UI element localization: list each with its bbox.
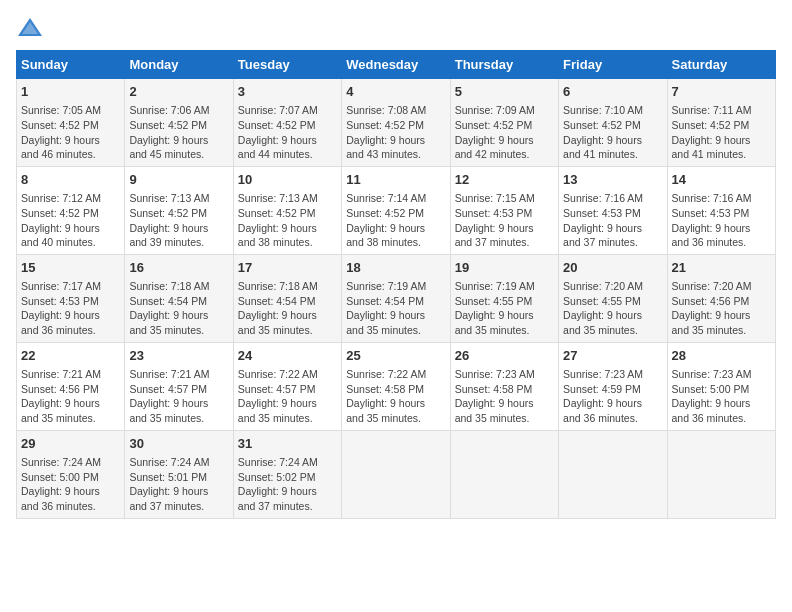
week-row-4: 22Sunrise: 7:21 AM Sunset: 4:56 PM Dayli…: [17, 342, 776, 430]
table-row: [667, 430, 775, 518]
table-row: 30Sunrise: 7:24 AM Sunset: 5:01 PM Dayli…: [125, 430, 233, 518]
day-number: 16: [129, 259, 228, 277]
logo-icon: [16, 16, 44, 38]
day-info: Sunrise: 7:16 AM Sunset: 4:53 PM Dayligh…: [563, 191, 662, 250]
day-info: Sunrise: 7:11 AM Sunset: 4:52 PM Dayligh…: [672, 103, 771, 162]
table-row: [450, 430, 558, 518]
table-row: 14Sunrise: 7:16 AM Sunset: 4:53 PM Dayli…: [667, 166, 775, 254]
table-row: 11Sunrise: 7:14 AM Sunset: 4:52 PM Dayli…: [342, 166, 450, 254]
day-info: Sunrise: 7:23 AM Sunset: 4:59 PM Dayligh…: [563, 367, 662, 426]
table-row: 29Sunrise: 7:24 AM Sunset: 5:00 PM Dayli…: [17, 430, 125, 518]
day-info: Sunrise: 7:10 AM Sunset: 4:52 PM Dayligh…: [563, 103, 662, 162]
table-row: 5Sunrise: 7:09 AM Sunset: 4:52 PM Daylig…: [450, 79, 558, 167]
day-number: 22: [21, 347, 120, 365]
day-number: 25: [346, 347, 445, 365]
day-number: 2: [129, 83, 228, 101]
day-number: 24: [238, 347, 337, 365]
weekday-header-thursday: Thursday: [450, 51, 558, 79]
day-number: 19: [455, 259, 554, 277]
weekday-header-saturday: Saturday: [667, 51, 775, 79]
day-info: Sunrise: 7:23 AM Sunset: 4:58 PM Dayligh…: [455, 367, 554, 426]
week-row-1: 1Sunrise: 7:05 AM Sunset: 4:52 PM Daylig…: [17, 79, 776, 167]
day-number: 17: [238, 259, 337, 277]
table-row: 16Sunrise: 7:18 AM Sunset: 4:54 PM Dayli…: [125, 254, 233, 342]
day-number: 29: [21, 435, 120, 453]
day-number: 30: [129, 435, 228, 453]
day-info: Sunrise: 7:13 AM Sunset: 4:52 PM Dayligh…: [238, 191, 337, 250]
table-row: [559, 430, 667, 518]
week-row-2: 8Sunrise: 7:12 AM Sunset: 4:52 PM Daylig…: [17, 166, 776, 254]
table-row: 3Sunrise: 7:07 AM Sunset: 4:52 PM Daylig…: [233, 79, 341, 167]
weekday-header-wednesday: Wednesday: [342, 51, 450, 79]
table-row: 13Sunrise: 7:16 AM Sunset: 4:53 PM Dayli…: [559, 166, 667, 254]
weekday-header-friday: Friday: [559, 51, 667, 79]
day-number: 11: [346, 171, 445, 189]
day-info: Sunrise: 7:23 AM Sunset: 5:00 PM Dayligh…: [672, 367, 771, 426]
day-number: 3: [238, 83, 337, 101]
day-number: 15: [21, 259, 120, 277]
table-row: 1Sunrise: 7:05 AM Sunset: 4:52 PM Daylig…: [17, 79, 125, 167]
table-row: 6Sunrise: 7:10 AM Sunset: 4:52 PM Daylig…: [559, 79, 667, 167]
day-info: Sunrise: 7:13 AM Sunset: 4:52 PM Dayligh…: [129, 191, 228, 250]
table-row: 22Sunrise: 7:21 AM Sunset: 4:56 PM Dayli…: [17, 342, 125, 430]
day-info: Sunrise: 7:24 AM Sunset: 5:01 PM Dayligh…: [129, 455, 228, 514]
week-row-5: 29Sunrise: 7:24 AM Sunset: 5:00 PM Dayli…: [17, 430, 776, 518]
day-info: Sunrise: 7:20 AM Sunset: 4:56 PM Dayligh…: [672, 279, 771, 338]
day-info: Sunrise: 7:12 AM Sunset: 4:52 PM Dayligh…: [21, 191, 120, 250]
week-row-3: 15Sunrise: 7:17 AM Sunset: 4:53 PM Dayli…: [17, 254, 776, 342]
day-info: Sunrise: 7:21 AM Sunset: 4:56 PM Dayligh…: [21, 367, 120, 426]
weekday-header-sunday: Sunday: [17, 51, 125, 79]
day-number: 12: [455, 171, 554, 189]
table-row: 18Sunrise: 7:19 AM Sunset: 4:54 PM Dayli…: [342, 254, 450, 342]
table-row: 8Sunrise: 7:12 AM Sunset: 4:52 PM Daylig…: [17, 166, 125, 254]
table-row: 31Sunrise: 7:24 AM Sunset: 5:02 PM Dayli…: [233, 430, 341, 518]
day-info: Sunrise: 7:08 AM Sunset: 4:52 PM Dayligh…: [346, 103, 445, 162]
table-row: 28Sunrise: 7:23 AM Sunset: 5:00 PM Dayli…: [667, 342, 775, 430]
table-row: 25Sunrise: 7:22 AM Sunset: 4:58 PM Dayli…: [342, 342, 450, 430]
table-row: 10Sunrise: 7:13 AM Sunset: 4:52 PM Dayli…: [233, 166, 341, 254]
day-number: 23: [129, 347, 228, 365]
table-row: 19Sunrise: 7:19 AM Sunset: 4:55 PM Dayli…: [450, 254, 558, 342]
day-info: Sunrise: 7:19 AM Sunset: 4:55 PM Dayligh…: [455, 279, 554, 338]
day-info: Sunrise: 7:06 AM Sunset: 4:52 PM Dayligh…: [129, 103, 228, 162]
day-info: Sunrise: 7:20 AM Sunset: 4:55 PM Dayligh…: [563, 279, 662, 338]
day-number: 1: [21, 83, 120, 101]
day-info: Sunrise: 7:18 AM Sunset: 4:54 PM Dayligh…: [129, 279, 228, 338]
day-number: 21: [672, 259, 771, 277]
day-info: Sunrise: 7:24 AM Sunset: 5:02 PM Dayligh…: [238, 455, 337, 514]
table-row: 12Sunrise: 7:15 AM Sunset: 4:53 PM Dayli…: [450, 166, 558, 254]
table-row: 4Sunrise: 7:08 AM Sunset: 4:52 PM Daylig…: [342, 79, 450, 167]
weekday-header-tuesday: Tuesday: [233, 51, 341, 79]
header: [16, 16, 776, 38]
day-number: 4: [346, 83, 445, 101]
day-info: Sunrise: 7:19 AM Sunset: 4:54 PM Dayligh…: [346, 279, 445, 338]
calendar-table: SundayMondayTuesdayWednesdayThursdayFrid…: [16, 50, 776, 519]
day-info: Sunrise: 7:15 AM Sunset: 4:53 PM Dayligh…: [455, 191, 554, 250]
table-row: 23Sunrise: 7:21 AM Sunset: 4:57 PM Dayli…: [125, 342, 233, 430]
day-number: 9: [129, 171, 228, 189]
day-number: 13: [563, 171, 662, 189]
weekday-header-row: SundayMondayTuesdayWednesdayThursdayFrid…: [17, 51, 776, 79]
day-number: 10: [238, 171, 337, 189]
day-info: Sunrise: 7:17 AM Sunset: 4:53 PM Dayligh…: [21, 279, 120, 338]
day-number: 26: [455, 347, 554, 365]
day-info: Sunrise: 7:05 AM Sunset: 4:52 PM Dayligh…: [21, 103, 120, 162]
day-number: 8: [21, 171, 120, 189]
day-info: Sunrise: 7:07 AM Sunset: 4:52 PM Dayligh…: [238, 103, 337, 162]
day-info: Sunrise: 7:24 AM Sunset: 5:00 PM Dayligh…: [21, 455, 120, 514]
table-row: 2Sunrise: 7:06 AM Sunset: 4:52 PM Daylig…: [125, 79, 233, 167]
day-info: Sunrise: 7:18 AM Sunset: 4:54 PM Dayligh…: [238, 279, 337, 338]
day-number: 28: [672, 347, 771, 365]
day-number: 5: [455, 83, 554, 101]
table-row: 17Sunrise: 7:18 AM Sunset: 4:54 PM Dayli…: [233, 254, 341, 342]
day-number: 14: [672, 171, 771, 189]
table-row: 15Sunrise: 7:17 AM Sunset: 4:53 PM Dayli…: [17, 254, 125, 342]
table-row: 20Sunrise: 7:20 AM Sunset: 4:55 PM Dayli…: [559, 254, 667, 342]
day-info: Sunrise: 7:09 AM Sunset: 4:52 PM Dayligh…: [455, 103, 554, 162]
table-row: 9Sunrise: 7:13 AM Sunset: 4:52 PM Daylig…: [125, 166, 233, 254]
day-number: 7: [672, 83, 771, 101]
day-info: Sunrise: 7:22 AM Sunset: 4:57 PM Dayligh…: [238, 367, 337, 426]
day-number: 27: [563, 347, 662, 365]
table-row: 24Sunrise: 7:22 AM Sunset: 4:57 PM Dayli…: [233, 342, 341, 430]
table-row: 26Sunrise: 7:23 AM Sunset: 4:58 PM Dayli…: [450, 342, 558, 430]
